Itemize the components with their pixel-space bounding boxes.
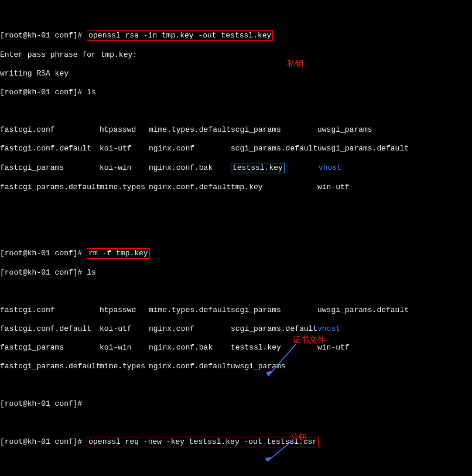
svg-marker-3 xyxy=(265,457,272,461)
cmd-box: rm -f tmp.key xyxy=(87,248,149,259)
file-box-testssl-key: testssl.key xyxy=(231,163,285,173)
ls-row: fastcgi.confhtpasswdmime.types.defaultsc… xyxy=(0,125,472,135)
svg-marker-1 xyxy=(266,371,272,376)
ls-row: fastcgi_paramskoi-winnginx.conf.baktests… xyxy=(0,163,472,173)
prompt-line: [root@kh-01 conf]# openssl req -new -key… xyxy=(0,437,472,447)
prompt-line: [root@kh-01 conf]# xyxy=(0,399,472,409)
terminal[interactable]: [root@kh-01 conf]# openssl rsa -in tmp.k… xyxy=(0,0,472,476)
ls-row: fastcgi_params.defaultmime.typesnginx.co… xyxy=(0,362,472,371)
annotation-public-key: 公钥 xyxy=(290,432,307,441)
annotation-private-key: 私钥 xyxy=(287,59,303,68)
cmd-box: openssl req -new -key testssl.key -out t… xyxy=(87,437,319,447)
prompt-line: [root@kh-01 conf]# ls xyxy=(0,268,472,278)
output: Enter pass phrase for tmp.key: xyxy=(0,50,472,60)
output: writing RSA key xyxy=(0,69,472,78)
prompt-line: [root@kh-01 conf]# openssl rsa -in tmp.k… xyxy=(0,30,472,41)
prompt-line: [root@kh-01 conf]# rm -f tmp.key xyxy=(0,248,472,259)
ls-row: fastcgi_params.defaultmime.typesnginx.co… xyxy=(0,183,472,192)
ls-row: fastcgi.conf.defaultkoi-utfnginx.confscg… xyxy=(0,324,472,334)
annotation-cert-file: 证书文件 xyxy=(293,335,326,344)
ls-row: fastcgi.conf.defaultkoi-utfnginx.confscg… xyxy=(0,144,472,153)
ls-row: fastcgi.confhtpasswdmime.types.defaultsc… xyxy=(0,306,472,315)
ls-row: fastcgi_paramskoi-winnginx.conf.baktests… xyxy=(0,343,472,352)
prompt-line: [root@kh-01 conf]# ls xyxy=(0,88,472,97)
cmd-box: openssl rsa -in tmp.key -out testssl.key xyxy=(87,30,273,41)
